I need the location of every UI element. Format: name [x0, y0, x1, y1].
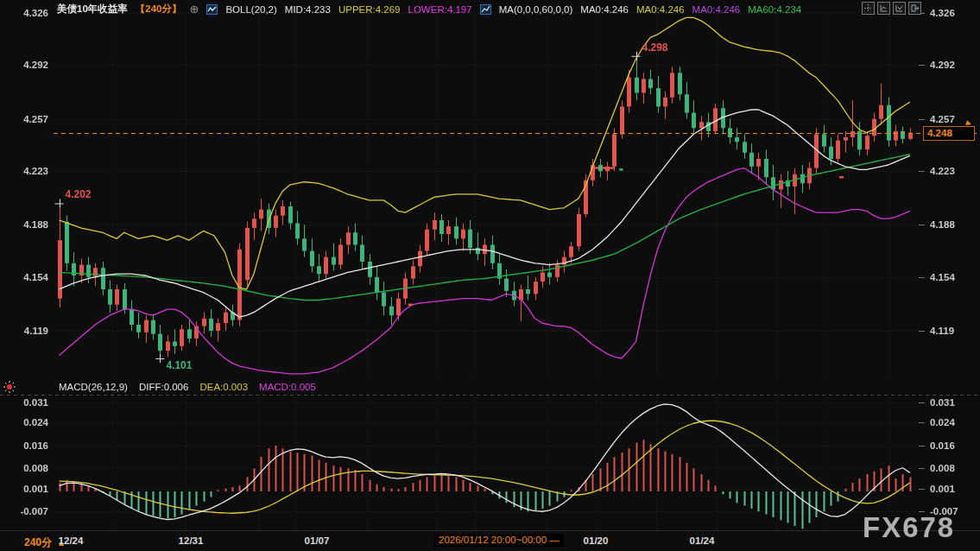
y-axis-label: 0.008 [930, 462, 968, 474]
y-axis-label: 4.188 [10, 218, 48, 231]
time-axis: 240分▲ 12/2412/3101/0701/2001/24 2026/01/… [0, 530, 980, 551]
macd-macd-value: MACD:0.005 [259, 382, 316, 392]
macd-header: MACD(26,12,9) DIFF:0.006 DEA:0.003 MACD:… [59, 380, 327, 393]
ma0-white-value: MA0:4.246 [580, 4, 629, 15]
date-label: 01/07 [305, 535, 330, 546]
y-axis-label: 4.119 [10, 325, 48, 337]
pane-chart-right-icon[interactable] [893, 2, 906, 15]
y-axis-label: 0.031 [930, 396, 968, 408]
pane-chart-left-icon[interactable] [877, 2, 890, 15]
y-axis-label: 4.154 [930, 271, 968, 283]
y-axis-label: 0.008 [10, 462, 48, 474]
y-axis-label: 4.326 [930, 7, 968, 19]
date-label: 12/24 [59, 535, 84, 546]
macd-label: MACD(26,12,9) [59, 382, 128, 392]
y-axis-label: 4.257 [10, 113, 48, 125]
ma-label: MA(0,0,0,60,0,0) [499, 4, 573, 15]
boll-label: BOLL(20,2) [225, 4, 276, 15]
ma0-purple-value: MA0:4.246 [692, 4, 741, 15]
drag-grid-icon[interactable] [862, 2, 875, 15]
boll-lower-value: LOWER:4.197 [408, 4, 472, 15]
date-label: 01/24 [690, 535, 715, 546]
ma-indicator-icon[interactable] [480, 4, 491, 15]
indicator-header: 美债10年收益率 【240分】 ⊕ BOLL(20,2) MID:4.233 U… [57, 2, 809, 16]
expand-pane-icon[interactable] [908, 2, 921, 15]
date-label: 01/20 [584, 535, 609, 546]
y-axis-label: 4.257 [930, 113, 968, 125]
swing-high-label: 4.202 [66, 188, 92, 200]
y-axis-label: 4.188 [930, 218, 968, 231]
boll-upper-value: UPPER:4.269 [338, 4, 401, 15]
y-axis-label: 0.016 [10, 440, 48, 452]
y-axis-label: 4.223 [930, 165, 968, 177]
macd-lock-icon[interactable] [3, 380, 16, 397]
y-axis-label: 4.119 [930, 325, 968, 337]
fx678-watermark: FX678 [863, 511, 955, 544]
chart-canvas[interactable] [0, 0, 980, 551]
instrument-title: 美债10年收益率 [57, 3, 128, 16]
y-axis-label: 4.292 [930, 59, 968, 71]
swing-low-label: 4.101 [166, 359, 192, 371]
y-axis-label: 0.001 [10, 483, 48, 495]
y-axis-label: 4.326 [10, 7, 48, 19]
chart-app: 美债10年收益率 【240分】 ⊕ BOLL(20,2) MID:4.233 U… [0, 0, 980, 551]
y-axis-label: 0.016 [930, 440, 968, 452]
y-axis-label: 4.223 [10, 165, 48, 177]
pane-toolbar [862, 2, 921, 15]
selected-candle-range: 2026/01/12 20:00~00:00 — [434, 534, 564, 547]
y-axis-label: 4.154 [10, 271, 48, 283]
last-price-tag: 4.248 [923, 126, 975, 141]
y-axis-label: 0.031 [10, 396, 48, 408]
y-axis-label: 0.024 [930, 416, 968, 428]
period-badge[interactable]: 【240分】 [136, 3, 182, 16]
macd-dea-value: DEA:0.003 [199, 382, 248, 392]
ma0-yellow-value: MA0:4.246 [636, 4, 685, 15]
y-axis-label: -0.007 [10, 505, 48, 517]
swing-high-label-2: 4.298 [642, 41, 668, 54]
y-axis-label: 0.001 [930, 483, 968, 495]
boll-indicator-icon[interactable] [206, 4, 218, 15]
date-label: 12/31 [179, 535, 204, 546]
y-axis-label: 0.024 [10, 416, 48, 428]
y-axis-label: 4.292 [10, 59, 48, 71]
ma60-value: MA60:4.234 [748, 4, 801, 15]
macd-diff-value: DIFF:0.006 [139, 382, 189, 392]
add-indicator-icon[interactable]: ⊕ [189, 3, 199, 16]
boll-mid-value: MID:4.233 [285, 4, 331, 15]
